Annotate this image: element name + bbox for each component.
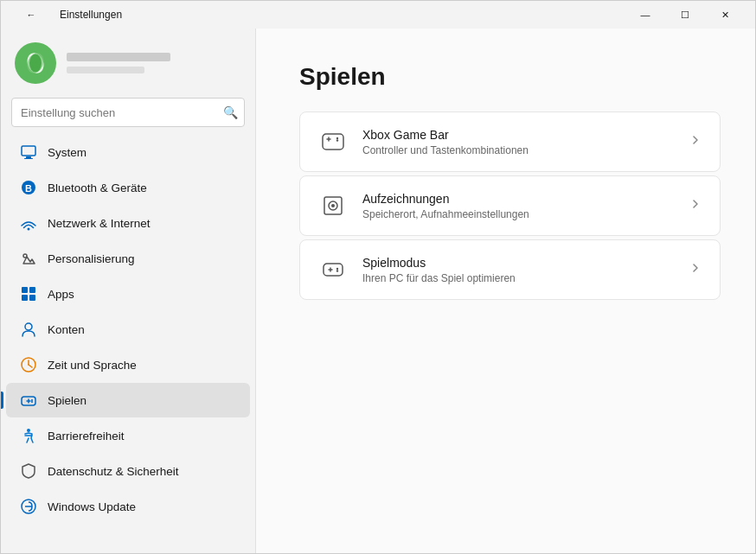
svg-point-30 bbox=[336, 137, 338, 139]
profile-info bbox=[67, 53, 241, 73]
xbox-game-bar-icon bbox=[317, 126, 349, 157]
search-container: 🔍 bbox=[11, 98, 245, 127]
title-bar-left: ← Einstellungen bbox=[11, 1, 122, 29]
svg-point-2 bbox=[29, 54, 42, 73]
svg-text:B: B bbox=[25, 183, 32, 194]
svg-rect-11 bbox=[29, 287, 35, 293]
svg-point-22 bbox=[31, 401, 33, 403]
svg-point-31 bbox=[336, 139, 338, 141]
app-title: Einstellungen bbox=[60, 9, 122, 21]
minimize-button[interactable]: — bbox=[625, 1, 665, 29]
sidebar-item-label-konten: Konten bbox=[48, 323, 85, 336]
setting-card-title-spielmodus: Spielmodus bbox=[362, 256, 675, 270]
sidebar-item-system[interactable]: System bbox=[6, 135, 250, 169]
avatar-leaf-icon bbox=[23, 51, 48, 75]
sidebar: 🔍 SystemBBluetooth & GeräteNetzwerk & In… bbox=[1, 29, 256, 553]
profile-email-placeholder bbox=[67, 67, 144, 73]
sidebar-item-label-spielen: Spielen bbox=[48, 394, 86, 407]
sidebar-item-label-personalization: Personalisierung bbox=[48, 252, 135, 265]
setting-card-xbox-game-bar[interactable]: Xbox Game BarController und Tastenkombin… bbox=[299, 111, 721, 172]
back-icon: ← bbox=[27, 10, 36, 20]
network-icon bbox=[20, 214, 37, 232]
svg-point-14 bbox=[25, 323, 32, 330]
barrier-icon bbox=[20, 427, 37, 444]
app-body: 🔍 SystemBBluetooth & GeräteNetzwerk & In… bbox=[1, 29, 755, 553]
settings-list: Xbox Game BarController und Tastenkombin… bbox=[299, 111, 721, 300]
svg-point-23 bbox=[27, 429, 30, 432]
svg-rect-12 bbox=[22, 295, 28, 301]
aufzeichnungen-icon bbox=[317, 190, 349, 221]
system-icon bbox=[20, 143, 37, 161]
personalization-icon bbox=[20, 250, 37, 267]
sidebar-item-barrier[interactable]: Barrierefreiheit bbox=[6, 418, 250, 453]
svg-point-38 bbox=[336, 268, 338, 270]
setting-card-desc-spielmodus: Ihren PC für das Spiel optimieren bbox=[362, 272, 675, 284]
content-area: Spielen Xbox Game BarController und Tast… bbox=[256, 29, 755, 553]
svg-rect-5 bbox=[24, 158, 33, 159]
bluetooth-icon: B bbox=[20, 179, 37, 196]
maximize-button[interactable]: ☐ bbox=[665, 1, 705, 29]
sidebar-item-bluetooth[interactable]: BBluetooth & Geräte bbox=[6, 170, 250, 205]
setting-card-desc-xbox-game-bar: Controller und Tastenkombinationen bbox=[362, 144, 675, 156]
sidebar-item-datenschutz[interactable]: Datenschutz & Sicherheit bbox=[6, 454, 250, 488]
spielen-icon bbox=[20, 392, 37, 409]
zeit-icon bbox=[20, 356, 37, 373]
setting-card-text-spielmodus: SpielmodusIhren PC für das Spiel optimie… bbox=[362, 256, 675, 284]
svg-point-34 bbox=[331, 204, 335, 207]
close-button[interactable]: ✕ bbox=[705, 1, 745, 29]
page-title: Spielen bbox=[299, 63, 721, 91]
sidebar-item-apps[interactable]: Apps bbox=[6, 277, 250, 311]
sidebar-item-konten[interactable]: Konten bbox=[6, 312, 250, 347]
svg-rect-10 bbox=[22, 287, 28, 293]
sidebar-item-label-apps: Apps bbox=[48, 288, 74, 301]
sidebar-item-label-system: System bbox=[48, 146, 86, 159]
setting-card-spielmodus[interactable]: SpielmodusIhren PC für das Spiel optimie… bbox=[299, 239, 721, 300]
setting-card-text-xbox-game-bar: Xbox Game BarController und Tastenkombin… bbox=[362, 128, 675, 156]
setting-card-title-aufzeichnungen: Aufzeichnungen bbox=[362, 192, 675, 206]
sidebar-item-label-network: Netzwerk & Internet bbox=[48, 217, 151, 230]
back-button[interactable]: ← bbox=[11, 1, 51, 29]
sidebar-item-label-windows: Windows Update bbox=[48, 500, 136, 513]
svg-rect-13 bbox=[29, 295, 35, 301]
sidebar-item-label-zeit: Zeit und Sprache bbox=[48, 359, 137, 372]
sidebar-item-label-barrier: Barrierefreiheit bbox=[48, 430, 125, 443]
sidebar-item-zeit[interactable]: Zeit und Sprache bbox=[6, 347, 250, 382]
svg-point-8 bbox=[28, 228, 30, 231]
search-input[interactable] bbox=[11, 98, 245, 127]
svg-point-21 bbox=[31, 399, 33, 401]
spielmodus-icon bbox=[317, 254, 349, 285]
sidebar-item-network[interactable]: Netzwerk & Internet bbox=[6, 206, 250, 240]
sidebar-item-label-bluetooth: Bluetooth & Geräte bbox=[48, 181, 147, 194]
sidebar-item-spielen[interactable]: Spielen bbox=[6, 383, 250, 417]
xbox-game-bar-chevron-icon bbox=[689, 133, 702, 150]
window-controls: — ☐ ✕ bbox=[625, 1, 745, 29]
profile-name-placeholder bbox=[67, 53, 170, 61]
setting-card-title-xbox-game-bar: Xbox Game Bar bbox=[362, 128, 675, 142]
setting-card-aufzeichnungen[interactable]: AufzeichnungenSpeicherort, Aufnahmeeinst… bbox=[299, 175, 721, 236]
svg-line-17 bbox=[29, 365, 32, 367]
konten-icon bbox=[20, 321, 37, 338]
svg-point-9 bbox=[23, 254, 27, 258]
svg-rect-3 bbox=[22, 146, 35, 156]
svg-rect-35 bbox=[324, 264, 343, 276]
svg-rect-4 bbox=[26, 156, 31, 158]
aufzeichnungen-chevron-icon bbox=[689, 197, 702, 214]
setting-card-desc-aufzeichnungen: Speicherort, Aufnahmeeinstellungen bbox=[362, 208, 675, 220]
avatar bbox=[15, 42, 56, 84]
svg-point-39 bbox=[336, 270, 338, 271]
sidebar-item-personalization[interactable]: Personalisierung bbox=[6, 241, 250, 276]
sidebar-nav: SystemBBluetooth & GeräteNetzwerk & Inte… bbox=[1, 134, 255, 525]
sidebar-item-windows[interactable]: Windows Update bbox=[6, 489, 250, 524]
spielmodus-chevron-icon bbox=[689, 261, 702, 278]
setting-card-text-aufzeichnungen: AufzeichnungenSpeicherort, Aufnahmeeinst… bbox=[362, 192, 675, 220]
apps-icon bbox=[20, 285, 37, 302]
windows-icon bbox=[20, 498, 37, 515]
search-icon: 🔍 bbox=[223, 105, 238, 119]
svg-rect-27 bbox=[323, 134, 343, 150]
datenschutz-icon bbox=[20, 462, 37, 480]
title-bar: ← Einstellungen — ☐ ✕ bbox=[1, 1, 755, 29]
sidebar-item-label-datenschutz: Datenschutz & Sicherheit bbox=[48, 465, 179, 478]
profile-section[interactable] bbox=[1, 29, 255, 94]
